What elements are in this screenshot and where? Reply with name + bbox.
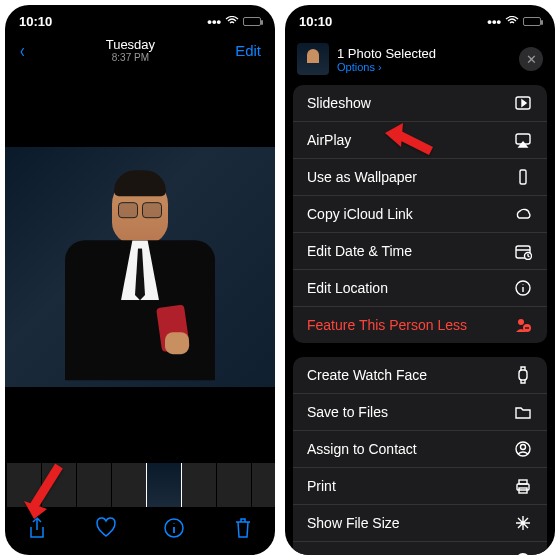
menu-item-label: Copy iCloud Link (307, 206, 413, 222)
menu-item-label: Use as Wallpaper (307, 169, 417, 185)
folder-icon (513, 403, 533, 421)
menu-item-smd[interactable]: SMD 3.5.8 (293, 542, 547, 555)
menu-item-label: Slideshow (307, 95, 371, 111)
menu-group: Create Watch FaceSave to FilesAssign to … (293, 357, 547, 555)
chevron-down-icon (513, 551, 533, 555)
menu-item-icloud-link[interactable]: Copy iCloud Link (293, 196, 547, 233)
svg-rect-3 (520, 170, 526, 184)
svg-point-7 (518, 319, 524, 325)
menu-group: SlideshowAirPlayUse as WallpaperCopy iCl… (293, 85, 547, 343)
svg-point-15 (516, 553, 530, 555)
status-right: ••• (207, 14, 261, 29)
menu-item-print[interactable]: Print (293, 468, 547, 505)
share-sheet-header: 1 Photo Selected Options › ✕ (285, 33, 555, 85)
device-icon (513, 168, 533, 186)
menu-item-label: AirPlay (307, 132, 351, 148)
svg-point-11 (521, 445, 526, 450)
back-button[interactable]: ‹ (20, 39, 25, 62)
menu-item-feature-less[interactable]: Feature This Person Less (293, 307, 547, 343)
illustration-body (65, 240, 215, 380)
menu-item-wallpaper[interactable]: Use as Wallpaper (293, 159, 547, 196)
edit-button[interactable]: Edit (235, 42, 261, 59)
menu-item-assign-contact[interactable]: Assign to Contact (293, 431, 547, 468)
menu-item-label: Show File Size (307, 515, 400, 531)
menu-item-edit-date[interactable]: Edit Date & Time (293, 233, 547, 270)
menu-item-show-size[interactable]: Show File Size (293, 505, 547, 542)
actions-scroll[interactable]: SlideshowAirPlayUse as WallpaperCopy iCl… (285, 85, 555, 555)
thumb-item[interactable] (217, 463, 251, 507)
header-time: 8:37 PM (26, 52, 235, 63)
thumb-item[interactable] (77, 463, 111, 507)
share-icon[interactable] (27, 517, 47, 543)
signal-icon: ••• (207, 14, 221, 29)
cloud-icon (513, 205, 533, 223)
thumbnail-strip[interactable] (5, 463, 275, 507)
favorite-icon[interactable] (96, 517, 116, 543)
wifi-icon (225, 14, 239, 29)
menu-item-airplay[interactable]: AirPlay (293, 122, 547, 159)
signal-icon: ••• (487, 14, 501, 29)
thumb-item[interactable] (182, 463, 216, 507)
menu-item-edit-location[interactable]: Edit Location (293, 270, 547, 307)
options-link[interactable]: Options › (337, 61, 511, 73)
battery-icon (523, 17, 541, 26)
header-day: Tuesday (26, 37, 235, 52)
play-box-icon (513, 94, 533, 112)
status-bar: 10:10 ••• (285, 5, 555, 33)
menu-item-slideshow[interactable]: Slideshow (293, 85, 547, 122)
thumb-item[interactable] (7, 463, 41, 507)
menu-item-label: SMD 3.5.8 (307, 552, 373, 555)
trash-icon[interactable] (233, 517, 253, 543)
menu-item-watch-face[interactable]: Create Watch Face (293, 357, 547, 394)
watch-icon (513, 366, 533, 384)
menu-item-label: Assign to Contact (307, 441, 417, 457)
contact-icon (513, 440, 533, 458)
photo-viewer-screen: 10:10 ••• ‹ Tuesday 8:37 PM Edit (5, 5, 275, 555)
menu-item-label: Edit Location (307, 280, 388, 296)
wifi-icon (505, 14, 519, 29)
status-bar: 10:10 ••• (5, 5, 275, 33)
selected-title: 1 Photo Selected (337, 46, 511, 61)
menu-item-save-files[interactable]: Save to Files (293, 394, 547, 431)
thumb-item[interactable] (112, 463, 146, 507)
status-time: 10:10 (299, 14, 332, 29)
thumb-item[interactable] (252, 463, 275, 507)
photo-area[interactable] (5, 71, 275, 463)
bottom-toolbar (5, 507, 275, 555)
person-minus-icon (513, 316, 533, 334)
selected-thumb (297, 43, 329, 75)
menu-item-label: Save to Files (307, 404, 388, 420)
thumb-item-selected[interactable] (147, 463, 181, 507)
airplay-icon (513, 131, 533, 149)
calendar-icon (513, 242, 533, 260)
menu-item-label: Feature This Person Less (307, 317, 467, 333)
photo-main (5, 147, 275, 387)
menu-item-label: Create Watch Face (307, 367, 427, 383)
illustration-head (112, 176, 168, 244)
svg-rect-13 (519, 480, 527, 484)
menu-item-label: Print (307, 478, 336, 494)
share-sheet-screen: 10:10 ••• 1 Photo Selected Options › ✕ S… (285, 5, 555, 555)
info-icon[interactable] (164, 517, 184, 543)
status-time: 10:10 (19, 14, 52, 29)
photo-header: ‹ Tuesday 8:37 PM Edit (5, 33, 275, 71)
info-icon (513, 279, 533, 297)
printer-icon (513, 477, 533, 495)
header-date[interactable]: Tuesday 8:37 PM (26, 37, 235, 63)
menu-item-label: Edit Date & Time (307, 243, 412, 259)
battery-icon (243, 17, 261, 26)
status-right: ••• (487, 14, 541, 29)
sparkle-icon (513, 514, 533, 532)
close-button[interactable]: ✕ (519, 47, 543, 71)
thumb-item[interactable] (42, 463, 76, 507)
svg-rect-9 (519, 370, 527, 380)
